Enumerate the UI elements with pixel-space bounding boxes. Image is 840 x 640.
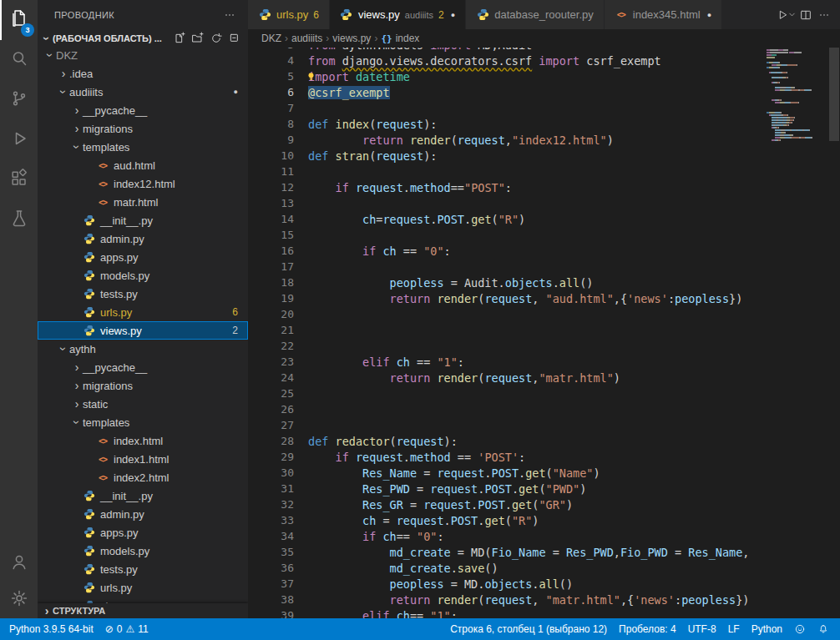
activitybar-testing-button[interactable] (0, 200, 38, 240)
tree-item-tests-py[interactable]: tests.py (38, 560, 248, 578)
tree-item-idea[interactable]: ›.idea (38, 64, 248, 83)
activitybar-explorer-button[interactable]: 3 (0, 0, 38, 40)
more-button[interactable] (815, 6, 833, 24)
tree-item-aud-html[interactable]: <>aud.html (38, 156, 248, 174)
code-line[interactable]: 22 (248, 338, 767, 354)
tree-item-admin-py[interactable]: admin.py (38, 229, 248, 248)
tree-item-init-py[interactable]: __init__.py (38, 211, 248, 229)
tree-item-models-py[interactable]: models.py (38, 542, 248, 560)
tree-item-templates[interactable]: ›templates (38, 138, 248, 156)
encoding[interactable]: UTF-8 (682, 623, 722, 635)
breadcrumb-item-dkz[interactable]: DKZ (261, 33, 281, 44)
code-line[interactable]: 35 md_create = MD(Fio_Name = Res_PWD,Fio… (248, 544, 767, 560)
code-view[interactable]: 3from aythh.models import MD,Audit4from … (248, 48, 767, 618)
code-line[interactable]: 25 (248, 386, 767, 401)
tree-item-apps-py[interactable]: apps.py (38, 523, 248, 542)
indentation[interactable]: Пробелов: 4 (613, 623, 682, 635)
more-actions-icon[interactable] (221, 7, 238, 23)
code-line[interactable]: 39 elif ch== "1": (248, 607, 767, 618)
tab-views-py[interactable]: views.pyaudiiits2● (330, 0, 466, 29)
new-file-icon[interactable] (171, 30, 188, 47)
tree-item-index-html[interactable]: <>index.html (38, 431, 248, 450)
activitybar-search-button[interactable] (0, 40, 38, 80)
activitybar-settings-button[interactable] (0, 582, 38, 618)
code-line[interactable]: 21 (248, 322, 767, 338)
code-line[interactable]: 28def redactor(request): (248, 433, 767, 449)
editor[interactable]: 3from aythh.models import MD,Audit4from … (248, 48, 840, 618)
code-line[interactable]: 23 elif ch == "1": (248, 354, 767, 370)
tree-item-index2-html[interactable]: <>index2.html (38, 468, 248, 486)
code-line[interactable]: 30 Res_Name = request.POST.get("Name") (248, 465, 767, 481)
code-line[interactable]: 24 return render(request,"matr.html") (248, 370, 767, 386)
problems[interactable]: ⊘0⚠11 (99, 618, 154, 640)
code-line[interactable]: 36 md_create.save() (248, 560, 767, 576)
code-line[interactable]: 38 return render(request, "matr.html",{'… (248, 592, 767, 607)
code-line[interactable]: 20 (248, 306, 767, 322)
code-line[interactable]: 17 (248, 259, 767, 275)
refresh-icon[interactable] (208, 30, 225, 47)
new-folder-icon[interactable] (190, 30, 206, 47)
minimap[interactable] (767, 49, 828, 142)
tree-item-tests-py[interactable]: tests.py (38, 285, 248, 303)
code-line[interactable]: 7 (248, 100, 767, 116)
python-interpreter[interactable]: Python 3.9.5 64-bit (3, 618, 99, 640)
code-line[interactable]: 11 (248, 164, 767, 179)
code-line[interactable]: 13 (248, 195, 767, 211)
tree-item-migrations[interactable]: ›migrations (38, 376, 248, 395)
breadcrumb-item-views-py[interactable]: views.py (332, 33, 371, 44)
tree-item-urls-py[interactable]: urls.py6 (38, 303, 248, 321)
modified-dot-icon[interactable]: ● (707, 11, 711, 19)
scrollbar-thumb[interactable] (829, 48, 839, 141)
code-line[interactable]: 32 Res_GR = request.POST.get("GR") (248, 496, 767, 512)
tree-item-urls-py[interactable]: urls.py (38, 578, 248, 597)
tree-item-migrations[interactable]: ›migrations (38, 119, 248, 138)
feedback-icon[interactable] (788, 623, 812, 635)
code-line[interactable]: 14 ch=request.POST.get("R") (248, 211, 767, 227)
tree-item-index12-html[interactable]: <>index12.html (38, 174, 248, 193)
language-mode[interactable]: Python (746, 623, 788, 635)
cursor-position[interactable]: Строка 6, столбец 1 (выбрано 12) (444, 623, 613, 635)
code-line[interactable]: 31 Res_PWD = request.POST.get("PWD") (248, 481, 767, 496)
code-line[interactable]: 27 (248, 417, 767, 433)
code-line[interactable]: 15 (248, 227, 767, 243)
code-line[interactable]: 16 if ch == "0": (248, 243, 767, 259)
editor-scrollbar[interactable] (828, 48, 840, 618)
code-line[interactable]: 34 if ch== "0": (248, 528, 767, 544)
tree-item-pycache[interactable]: ›__pycache__ (38, 101, 248, 119)
tab-database-roouter-py[interactable]: database_roouter.py (466, 0, 605, 29)
breadcrumb-item-index[interactable]: index (396, 33, 420, 44)
bell-icon[interactable] (812, 623, 835, 635)
code-line[interactable]: 26 (248, 401, 767, 417)
code-line[interactable]: 37 peopless = MD.objects.all() (248, 576, 767, 592)
tab-urls-py[interactable]: urls.py6 (248, 0, 330, 29)
code-line[interactable]: 9 return render(request,"index12.html") (248, 132, 767, 148)
code-line[interactable]: 33 ch = request.POST.get("R") (248, 512, 767, 528)
breadcrumb-item-audiiits[interactable]: audiiits (291, 33, 322, 44)
activitybar-source-control-button[interactable] (0, 80, 38, 120)
tree-item-models-py[interactable]: models.py (38, 266, 248, 285)
tree-item-static[interactable]: ›static (38, 395, 248, 413)
code-line[interactable]: 19 return render(request, "aud.html",{'n… (248, 290, 767, 306)
activitybar-extensions-button[interactable] (0, 160, 38, 200)
code-line[interactable]: 10def stran(request): (248, 148, 767, 164)
tree-item-dkz[interactable]: ›DKZ (38, 46, 248, 64)
code-line[interactable]: 29 if request.method == 'POST': (248, 449, 767, 465)
code-line[interactable]: 18 peopless = Audit.objects.all() (248, 275, 767, 290)
tree-item-aythh[interactable]: ›aythh (38, 340, 248, 358)
code-line[interactable]: 4from django.views.decorators.csrf impor… (248, 53, 767, 68)
activitybar-account-button[interactable] (0, 545, 38, 582)
lightbulb-icon[interactable] (306, 71, 316, 82)
workspace-section-header[interactable]: › (РАБОЧАЯ ОБЛАСТЬ) ... (38, 29, 248, 48)
activitybar-run-debug-button[interactable] (0, 120, 38, 160)
tree-item-index1-html[interactable]: <>index1.html (38, 450, 248, 468)
outline-section-header[interactable]: › СТРУКТУРА (38, 603, 248, 618)
tree-item-admin-py[interactable]: admin.py (38, 505, 248, 523)
tree-item-audiiits[interactable]: ›audiiits● (38, 83, 248, 101)
tree-item-templates[interactable]: ›templates (38, 413, 248, 431)
tree-item-apps-py[interactable]: apps.py (38, 248, 248, 266)
modified-dot-icon[interactable]: ● (451, 11, 455, 19)
collapse-all-icon[interactable] (226, 30, 243, 47)
tree-item-init-py[interactable]: __init__.py (38, 486, 248, 505)
code-line[interactable]: 12 if request.method=="POST": (248, 179, 767, 195)
tree-item-pycache[interactable]: ›__pycache__ (38, 358, 248, 376)
